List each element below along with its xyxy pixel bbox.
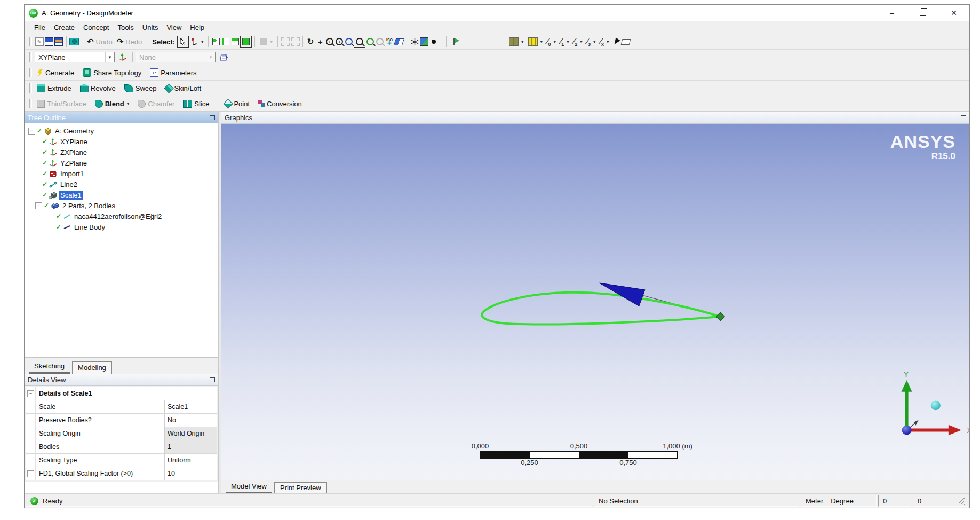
edge-direction-button[interactable]: [611, 37, 621, 46]
tab-modeling[interactable]: Modeling: [72, 361, 112, 374]
zoom-button[interactable]: ±: [325, 37, 334, 46]
collapse-icon[interactable]: −: [35, 202, 42, 209]
scale-value[interactable]: Scale1: [164, 400, 217, 413]
collapse-icon[interactable]: −: [28, 128, 35, 135]
tree-item-parts-bodies[interactable]: − ✓ 2 Parts, 2 Bodies: [25, 200, 218, 211]
frozen-body-transparency-button[interactable]: [621, 37, 631, 46]
details-row-scaling-type[interactable]: Scaling Type Uniform: [26, 453, 217, 467]
slice-button[interactable]: Slice: [181, 99, 211, 109]
close-button[interactable]: ✕: [938, 5, 969, 21]
face-coloring-button[interactable]: ▾: [507, 36, 526, 47]
fd1-factor-value[interactable]: 10: [164, 467, 217, 480]
tree-item-scale1[interactable]: ✓ Scale1: [25, 190, 218, 200]
tree-item-line2[interactable]: ✓ Line2: [25, 179, 218, 190]
resize-grip[interactable]: [959, 498, 966, 505]
look-at-plane-button[interactable]: [394, 37, 404, 46]
pan-button[interactable]: +: [315, 37, 325, 46]
sweep-button[interactable]: Sweep: [122, 83, 159, 93]
tab-print-preview[interactable]: Print Preview: [274, 482, 327, 493]
undo-button[interactable]: ↶Undo: [85, 36, 115, 48]
next-view-button[interactable]: [375, 37, 385, 46]
toolbar-grip[interactable]: [29, 83, 32, 93]
tab-model-view[interactable]: Model View: [226, 481, 272, 493]
tree-item-xyplane[interactable]: ✓ XYPlane: [25, 136, 218, 147]
edges-by-multiple-faces-button[interactable]: ⁄x▾: [598, 36, 611, 48]
skin-loft-button[interactable]: Skin/Loft: [163, 83, 204, 93]
selected-tree-item[interactable]: Scale1: [59, 191, 83, 200]
menu-view[interactable]: View: [162, 22, 186, 33]
tree-item-yzplane[interactable]: ✓ YZPlane: [25, 157, 218, 168]
box-volume-select-button[interactable]: [290, 37, 300, 46]
display-points-button[interactable]: [429, 37, 439, 46]
restore-button[interactable]: [907, 5, 938, 21]
extrude-button[interactable]: Extrude: [35, 83, 74, 93]
details-row-scaling-origin[interactable]: Scaling Origin World Origin: [26, 427, 217, 440]
pin-icon[interactable]: [210, 377, 215, 382]
blend-button[interactable]: Blend▾: [93, 99, 132, 109]
body-filter-button[interactable]: [240, 36, 252, 48]
isometric-view-button[interactable]: ISO✛: [385, 37, 394, 46]
export-button[interactable]: [54, 37, 63, 46]
pin-icon[interactable]: [961, 115, 966, 120]
revolve-button[interactable]: Revolve: [78, 83, 118, 93]
menu-tools[interactable]: Tools: [113, 22, 138, 33]
face-filter-button[interactable]: [230, 37, 240, 46]
rotate-button[interactable]: ↻: [306, 37, 315, 46]
save-project-button[interactable]: [44, 37, 54, 46]
box-zoom-button[interactable]: [344, 37, 354, 46]
menu-file[interactable]: File: [30, 22, 50, 33]
menu-create[interactable]: Create: [50, 22, 79, 33]
scene-canvas[interactable]: Y X: [221, 124, 969, 480]
tab-sketching[interactable]: Sketching: [29, 360, 70, 374]
details-group-row[interactable]: − Details of Scale1: [26, 387, 217, 400]
graphics-viewport[interactable]: ANSYS R15.0: [221, 124, 969, 480]
edge-filter-button[interactable]: [221, 37, 230, 46]
collapse-icon[interactable]: −: [27, 390, 34, 397]
tree-item-line-body[interactable]: ✓ Line Body: [25, 222, 218, 232]
image-capture-button[interactable]: [69, 37, 79, 46]
share-topology-button[interactable]: Share Topology: [81, 67, 144, 78]
details-row-scale[interactable]: Scale Scale1: [26, 400, 217, 413]
combo-dropdown-icon[interactable]: ▾: [206, 52, 215, 62]
extend-selection-button[interactable]: ▾: [258, 37, 275, 46]
redo-button[interactable]: ↷Redo: [115, 36, 145, 48]
tree-item-import1[interactable]: ✓ Import1: [25, 168, 218, 179]
toolbar-grip[interactable]: [29, 52, 32, 62]
pin-icon[interactable]: [210, 115, 215, 120]
menu-units[interactable]: Units: [138, 22, 163, 33]
point-filter-button[interactable]: [211, 37, 221, 46]
combo-dropdown-icon[interactable]: ▾: [105, 52, 114, 62]
edges-by-0-faces-button[interactable]: ⁄0▾: [545, 36, 558, 48]
tree-item-zxplane[interactable]: ✓ ZXPlane: [25, 147, 218, 157]
adjacent-select-button[interactable]: ▾: [189, 37, 206, 46]
minimize-button[interactable]: –: [877, 5, 907, 21]
edges-by-2-faces-button[interactable]: ⁄2▾: [571, 36, 585, 48]
new-sketch-button[interactable]: ✎: [35, 37, 44, 46]
toolbar-grip[interactable]: [29, 99, 32, 108]
menu-help[interactable]: Help: [186, 22, 209, 33]
menu-concept[interactable]: Concept: [79, 22, 113, 33]
edges-by-1-face-button[interactable]: ⁄1▾: [558, 36, 571, 48]
toolbar-grip[interactable]: [29, 68, 32, 77]
scaling-origin-value[interactable]: World Origin: [164, 427, 217, 440]
plane-axis-button[interactable]: [117, 52, 127, 62]
details-row-preserve-bodies[interactable]: Preserve Bodies? No: [26, 413, 217, 427]
tree-item-geometry[interactable]: − ✓ A: Geometry: [25, 125, 218, 136]
previous-view-button[interactable]: [365, 37, 375, 46]
new-sketch-grid-button[interactable]: [220, 52, 229, 62]
bodies-value[interactable]: 1: [164, 440, 217, 453]
chamfer-button[interactable]: Chamfer: [136, 99, 177, 109]
parameters-button[interactable]: PParameters: [148, 67, 198, 78]
box-select-button[interactable]: [281, 37, 290, 46]
point-button[interactable]: Point: [222, 99, 252, 109]
display-model-button[interactable]: [419, 37, 429, 46]
preserve-bodies-value[interactable]: No: [164, 414, 217, 427]
active-sketch-combo[interactable]: None ▾: [136, 52, 216, 62]
thin-surface-button[interactable]: Thin/Surface: [35, 99, 89, 109]
edge-coloring-button[interactable]: ▾: [526, 36, 545, 47]
conversion-button[interactable]: Conversion: [256, 99, 304, 109]
fd1-checkbox[interactable]: [27, 470, 34, 477]
edges-by-3-faces-button[interactable]: ⁄3▾: [585, 36, 598, 48]
generate-button[interactable]: Generate: [35, 68, 76, 78]
active-plane-combo[interactable]: XYPlane ▾: [35, 52, 115, 62]
